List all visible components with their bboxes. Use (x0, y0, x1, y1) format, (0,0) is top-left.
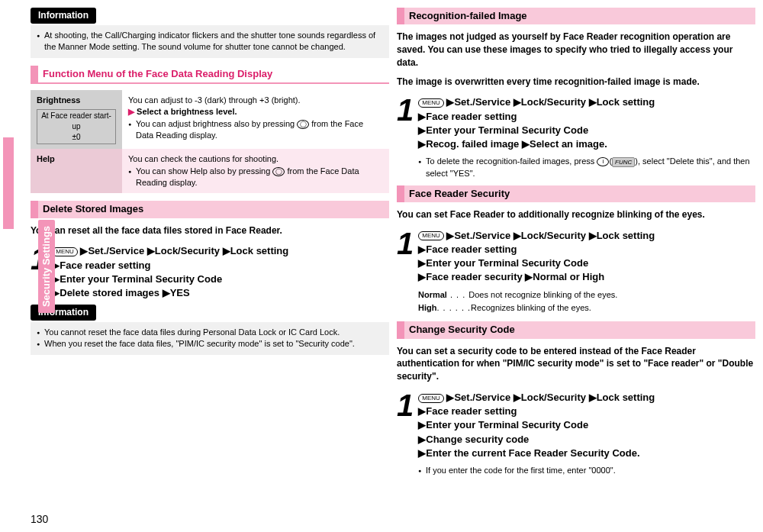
recog-intro2: The image is overwritten every time reco… (397, 76, 755, 89)
key-icon: ◯ (272, 167, 285, 176)
path-face-reader-security: Face reader security (426, 271, 522, 282)
path-face-reader-setting: Face reader setting (426, 243, 517, 255)
path-set-service: Set./Service (88, 245, 144, 256)
delete-intro: You can reset all the face data files st… (31, 224, 389, 237)
triangle-icon: ▶ (418, 405, 426, 417)
triangle-icon: ▶ (589, 230, 597, 241)
step-1-face-sec: 1 MENU ▶Set./Service ▶Lock/Security ▶Loc… (397, 227, 755, 285)
step-number-1: 1 (397, 389, 414, 460)
brightness-desc1: You can adjust to -3 (dark) through +3 (… (128, 95, 383, 106)
step-1-recog: 1 MENU ▶Set./Service ▶Lock/Security ▶Loc… (397, 94, 755, 151)
path-change-security-code: Change security code (426, 434, 529, 445)
path-lock-security: Lock/Security (521, 96, 586, 108)
path-lock-setting: Lock setting (230, 245, 289, 256)
path-enter-code: Enter your Terminal Security Code (60, 273, 222, 285)
def-high: High. . . . . .Recognizes blinking of th… (418, 302, 755, 314)
page-number: 130 (31, 512, 48, 527)
path-select-image: Select an image. (530, 138, 607, 150)
path-lock-setting: Lock setting (597, 96, 655, 108)
step-1-change: 1 MENU ▶Set./Service ▶Lock/Security ▶Loc… (397, 389, 755, 460)
path-lock-security: Lock/Security (155, 245, 220, 256)
triangle-icon: ▶ (418, 434, 426, 445)
triangle-icon: ▶ (446, 230, 454, 241)
information-box-2: You cannot reset the face data files dur… (31, 322, 389, 355)
path-lock-setting: Lock setting (597, 392, 655, 403)
triangle-icon: ▶ (418, 257, 426, 269)
path-recog-failed: Recog. failed image (426, 138, 519, 150)
right-column: Recognition-failed Image The images not … (397, 8, 755, 482)
page-columns: Information At shooting, the Call/Chargi… (31, 8, 752, 482)
info1-text: At shooting, the Call/Charging indicator… (37, 30, 383, 53)
path-normal-high: Normal or High (533, 271, 604, 282)
path-lock-security: Lock/Security (521, 392, 586, 403)
triangle-icon: ▶ (418, 243, 426, 255)
triangle-icon: ▶ (513, 392, 521, 403)
help-title: Help (31, 149, 122, 193)
triangle-icon: ▶ (446, 96, 454, 108)
triangle-icon: ▶ (418, 447, 426, 459)
information-box-1: At shooting, the Call/Charging indicator… (31, 25, 389, 58)
brightness-select: Select a brightness level. (137, 107, 237, 116)
dots: . . . . . . (436, 303, 471, 312)
triangle-icon: ▶ (418, 271, 426, 282)
section-recognition-failed: Recognition-failed Image (397, 8, 755, 24)
menu-icon: MENU (418, 231, 444, 240)
help-desc2a: You can show Help also by pressing (136, 166, 272, 176)
triangle-icon: ▶ (418, 419, 426, 430)
brightness-title: Brightness (37, 95, 116, 106)
face-sec-intro: You can set Face Reader to additionally … (397, 208, 755, 221)
section-face-reader-security: Face Reader Security (397, 185, 755, 202)
path-face-reader-setting: Face reader setting (426, 405, 517, 417)
side-color-tab (3, 137, 14, 229)
def-normal-text: Does not recognize blinking of the eyes. (468, 290, 617, 299)
path-enter-code: Enter your Terminal Security Code (426, 419, 588, 430)
triangle-icon: ▶ (418, 138, 426, 150)
brightness-sub1: At Face reader start-up (40, 111, 112, 132)
triangle-icon: ▶ (418, 111, 426, 122)
triangle-icon: ▶ (513, 96, 521, 108)
table-row: Brightness At Face reader start-up ±0 Yo… (31, 90, 389, 149)
path-yes: YES (170, 287, 190, 298)
def-high-text: Recognizes blinking of the eyes. (471, 303, 591, 312)
triangle-icon: ▶ (223, 245, 230, 256)
change-note: If you enter the code for the first time… (418, 465, 755, 476)
info2-line1: You cannot reset the face data files dur… (37, 327, 383, 338)
def-normal-label: Normal (418, 290, 447, 299)
triangle-icon: ▶ (589, 96, 597, 108)
def-normal: Normal . . . Does not recognize blinking… (418, 289, 755, 301)
help-desc2: You can show Help also by pressing ◯ fro… (128, 166, 383, 189)
step-number-1: 1 (397, 94, 414, 151)
path-set-service: Set./Service (454, 392, 510, 403)
step-body: MENU ▶Set./Service ▶Lock/Security ▶Lock … (418, 227, 755, 285)
brightness-desc2: You can adjust brightness also by pressi… (128, 118, 383, 142)
triangle-icon: ▶ (522, 138, 530, 150)
menu-icon: MENU (418, 394, 444, 403)
side-section-label: Security Settings (38, 219, 55, 312)
brightness-sub2: ±0 (40, 132, 112, 143)
i-key-icon: i (597, 157, 609, 166)
step-body: MENU ▶Set./Service ▶Lock/Security ▶Lock … (418, 389, 755, 460)
triangle-icon: ▶ (163, 287, 170, 298)
section-function-menu: Function Menu of the Face Data Reading D… (31, 66, 389, 84)
function-table: Brightness At Face reader start-up ±0 Yo… (31, 90, 389, 194)
path-delete-stored: Delete stored images (60, 287, 159, 298)
info2-line2: When you reset the face data files, "PIM… (37, 338, 383, 350)
path-set-service: Set./Service (454, 96, 510, 108)
step-body: MENU ▶Set./Service ▶Lock/Security ▶Lock … (52, 243, 389, 300)
recog-note: To delete the recognition-failed images,… (418, 156, 755, 179)
path-enter-current-code: Enter the current Face Reader Security C… (426, 447, 639, 459)
path-enter-code: Enter your Terminal Security Code (426, 124, 588, 136)
key-icon: ◯ (297, 120, 309, 129)
path-set-service: Set./Service (454, 230, 510, 241)
step-body: MENU ▶Set./Service ▶Lock/Security ▶Lock … (418, 94, 755, 151)
triangle-icon: ▶ (128, 107, 134, 116)
section-change-security-code: Change Security Code (397, 321, 755, 338)
path-lock-security: Lock/Security (521, 230, 586, 241)
triangle-icon: ▶ (589, 392, 597, 403)
section-delete-stored: Delete Stored Images (31, 201, 389, 218)
path-enter-code: Enter your Terminal Security Code (426, 257, 588, 269)
step-number-1: 1 (397, 227, 414, 285)
path-face-reader-setting: Face reader setting (426, 111, 517, 122)
triangle-icon: ▶ (513, 230, 521, 241)
def-high-label: High (418, 303, 436, 312)
